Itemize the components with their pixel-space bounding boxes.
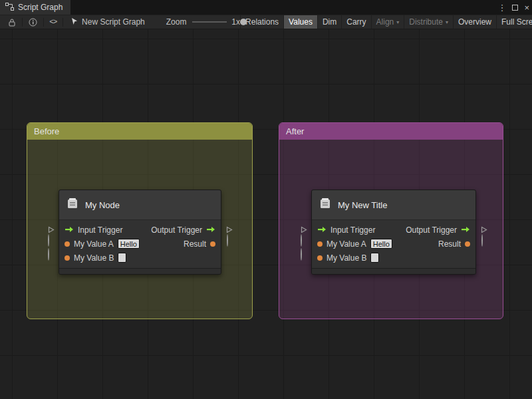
unit-header[interactable]: My New Title <box>312 190 475 220</box>
flow-input-port[interactable] <box>48 226 55 233</box>
flow-arrow-icon <box>206 225 215 235</box>
distribute-dropdown[interactable]: Distribute ▾ <box>404 15 453 29</box>
zoom-slider[interactable] <box>192 17 227 27</box>
value-a-field[interactable]: Hello <box>370 239 392 249</box>
chevron-down-icon: ▾ <box>446 19 448 25</box>
info-icon[interactable] <box>25 15 41 29</box>
value-port-icon <box>465 241 470 247</box>
toolbar-separator <box>22 18 23 27</box>
flow-output-port[interactable] <box>226 226 233 233</box>
flow-output-port[interactable] <box>481 226 487 233</box>
group-header[interactable]: Before <box>27 123 252 140</box>
tab-label: Script Graph <box>18 3 63 12</box>
port-label: My Value B <box>74 253 114 263</box>
value-port-icon <box>65 241 70 247</box>
flow-input-port[interactable] <box>301 226 307 233</box>
value-port-icon <box>65 255 70 261</box>
tab-bar: Script Graph ⋮ × <box>0 0 532 15</box>
align-dropdown[interactable]: Align ▾ <box>371 15 404 29</box>
port-label: Input Trigger <box>78 225 122 235</box>
menu-icon[interactable]: ⋮ <box>497 3 506 13</box>
unit-icon <box>66 197 79 213</box>
unit-body: Input Trigger Output Trigger My Value A … <box>59 220 221 268</box>
zoom-slider-track[interactable] <box>192 21 227 23</box>
zoom-value: 1x <box>231 17 240 27</box>
port-row: My Value A Hello Result <box>59 237 221 251</box>
port-row: Input Trigger Output Trigger <box>312 223 475 237</box>
values-button[interactable]: Values <box>283 15 317 29</box>
node-my-node[interactable]: My Node Input Trigger Output Trigger <box>48 190 241 276</box>
graph-breadcrumb[interactable]: New Script Graph <box>65 17 150 27</box>
port-label: Result <box>184 239 206 249</box>
port-row: My Value A Hello Result <box>312 237 475 251</box>
group-title: Before <box>34 126 59 136</box>
port-label: Input Trigger <box>331 225 375 235</box>
unit-footer <box>59 268 221 274</box>
unit-footer <box>312 268 475 274</box>
value-port-icon <box>317 255 323 261</box>
unit-title: My New Title <box>338 200 387 210</box>
chevron-down-icon: ▾ <box>396 19 399 25</box>
flow-arrow-icon <box>461 225 470 235</box>
dim-button[interactable]: Dim <box>317 15 341 29</box>
maximize-icon[interactable] <box>512 5 518 11</box>
script-graph-tab-icon <box>5 3 14 13</box>
graph-name: New Script Graph <box>82 17 145 27</box>
toolbar-separator <box>63 18 63 27</box>
port-label: My Value B <box>327 253 366 263</box>
graph-canvas[interactable]: Before After <box>0 29 532 399</box>
port-label: Result <box>438 239 461 249</box>
port-row: Input Trigger Output Trigger <box>59 223 221 237</box>
code-icon[interactable]: <> <box>45 15 61 29</box>
value-port-icon <box>210 241 215 247</box>
flow-arrow-icon <box>317 225 327 235</box>
flow-arrow-icon <box>65 225 74 235</box>
group-header[interactable]: After <box>279 123 503 140</box>
group-title: After <box>286 126 304 136</box>
toolbar-buttons: Relations Values Dim Carry Align ▾ Distr… <box>240 15 532 29</box>
node-my-new-title[interactable]: My New Title Input Trigger Output Trigge… <box>301 190 493 276</box>
script-graph-asset-icon <box>70 17 78 27</box>
value-port-icon <box>317 241 323 247</box>
unit-header[interactable]: My Node <box>59 190 221 220</box>
unit-title: My Node <box>85 200 120 210</box>
overview-button[interactable]: Overview <box>453 15 496 29</box>
zoom-label: Zoom <box>166 17 187 27</box>
port-label: Output Trigger <box>151 225 202 235</box>
value-a-field[interactable]: Hello <box>118 239 140 249</box>
unit-icon <box>319 197 332 213</box>
tab-script-graph[interactable]: Script Graph <box>0 0 70 15</box>
unit-body: Input Trigger Output Trigger My Value A … <box>312 220 475 268</box>
toolbar-separator <box>43 18 44 27</box>
script-graph-window: Script Graph ⋮ × <> New Script Graph Zoo… <box>0 0 532 399</box>
port-row: My Value B <box>312 251 475 265</box>
value-b-field[interactable] <box>370 253 379 263</box>
carry-button[interactable]: Carry <box>341 15 370 29</box>
unit-node[interactable]: My New Title Input Trigger Output Trigge… <box>311 190 476 275</box>
close-icon[interactable]: × <box>524 3 529 13</box>
graph-toolbar: <> New Script Graph Zoom 1x Relations Va… <box>0 15 532 29</box>
port-row: My Value B <box>59 251 221 265</box>
window-controls: ⋮ × <box>497 0 529 15</box>
port-label: My Value A <box>74 239 114 249</box>
value-b-field[interactable] <box>118 253 126 263</box>
lock-icon[interactable] <box>4 15 20 29</box>
fullscreen-button[interactable]: Full Screen <box>496 15 532 29</box>
unit-node[interactable]: My Node Input Trigger Output Trigger <box>59 190 221 275</box>
port-label: My Value A <box>327 239 366 249</box>
port-label: Output Trigger <box>406 225 457 235</box>
